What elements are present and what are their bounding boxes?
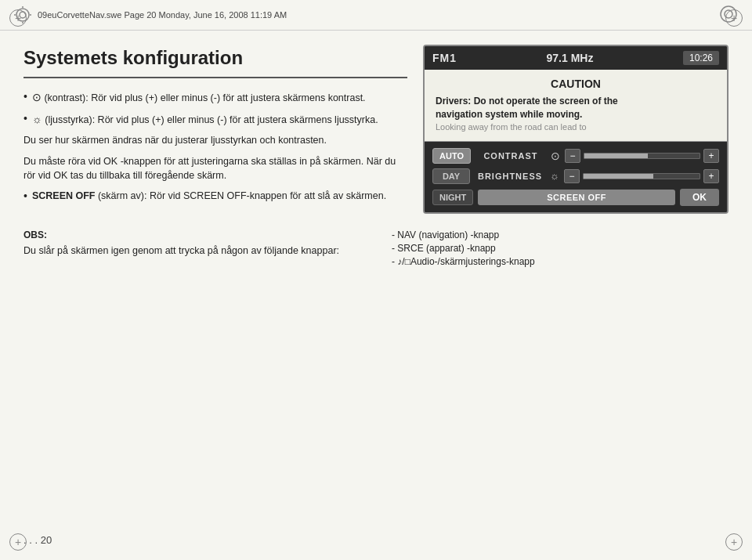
ok-button[interactable]: OK [680, 189, 719, 206]
corner-crosshair-tr [725, 9, 743, 27]
bottom-row: NIGHT SCREEN OFF OK [432, 189, 719, 206]
nav-item-1: - NAV (navigation) -knapp [392, 229, 728, 240]
caution-text: Drivers: Do not operate the screen of th… [436, 95, 716, 133]
bullet-contrast-icon: • [24, 89, 27, 105]
brightness-label: BRIGHTNESS [475, 172, 545, 181]
right-column: FM1 97.1 MHz 10:26 CAUTION Drivers: Do n… [423, 45, 728, 214]
bullet-brightness-text: ☼ (ljusstyrka): Rör vid plus (+) eller m… [32, 111, 378, 127]
bullet-brightness-icon: • [24, 111, 27, 127]
obs-text: Du slår på skärmen igen genom att trycka… [24, 244, 360, 258]
left-column: Systemets konfiguration • ⊙ (kontrast): … [24, 45, 407, 214]
bullet-screen-off-icon: • [24, 189, 27, 204]
screen-time: 10:26 [683, 51, 719, 65]
top-bar: 09euCorvetteNav.swe Page 20 Monday, June… [0, 0, 752, 31]
corner-crosshair-tl [9, 9, 27, 27]
brightness-slider-fill [584, 174, 653, 179]
nav-item-2: - SRCE (apparat) -knapp [392, 243, 728, 254]
night-button[interactable]: NIGHT [432, 190, 473, 205]
screen-fm: FM1 [432, 52, 457, 64]
brightness-row: DAY BRIGHTNESS ☼ − + [432, 168, 719, 184]
caution-title: CAUTION [436, 78, 716, 90]
brightness-plus-button[interactable]: + [703, 169, 719, 183]
screen-off-button[interactable]: SCREEN OFF [478, 190, 675, 205]
brightness-icon: ☼ [550, 170, 559, 182]
main-content: Systemets konfiguration • ⊙ (kontrast): … [0, 31, 752, 222]
bottom-section: OBS: Du slår på skärmen igen genom att t… [0, 222, 752, 277]
screen-header: FM1 97.1 MHz 10:26 [425, 46, 727, 70]
caution-line1: Drivers: Do not operate the screen of th… [436, 96, 618, 107]
para-2: Du måste röra vid OK -knappen för att ju… [24, 154, 407, 182]
obs-label: OBS: [24, 229, 360, 240]
para-1: Du ser hur skärmen ändras när du justera… [24, 133, 407, 147]
contrast-minus-button[interactable]: − [565, 149, 580, 163]
contrast-label: CONTRAST [475, 151, 546, 161]
bullet-screen-off: • SCREEN OFF (skärm av): Rör vid SCREEN … [24, 189, 407, 204]
nav-item-3: - ♪/□Audio-/skärmjusterings-knapp [392, 256, 728, 267]
top-bar-left: 09euCorvetteNav.swe Page 20 Monday, June… [14, 6, 287, 23]
contrast-slider-bar[interactable] [584, 153, 700, 159]
contrast-icon: ⊙ [551, 150, 560, 162]
caution-line3: Looking away from the road can lead to [436, 121, 716, 133]
corner-crosshair-br [725, 533, 743, 551]
contrast-row: AUTO CONTRAST ⊙ − + [432, 148, 719, 164]
bullet-brightness: • ☼ (ljusstyrka): Rör vid plus (+) eller… [24, 111, 407, 127]
contrast-slider-fill [584, 154, 648, 158]
brightness-slider-bar[interactable] [583, 173, 700, 179]
obs-column: OBS: Du slår på skärmen igen genom att t… [24, 229, 360, 269]
auto-button[interactable]: AUTO [432, 148, 471, 164]
caution-line2: navigation system while moving. [436, 109, 582, 120]
bullet-screen-off-text: SCREEN OFF (skärm av): Rör vid SCREEN OF… [32, 189, 386, 203]
bullet-contrast: • ⊙ (kontrast): Rör vid plus (+) eller m… [24, 89, 407, 105]
brightness-minus-button[interactable]: − [564, 169, 580, 183]
nav-column: - NAV (navigation) -knapp - SRCE (appara… [392, 229, 728, 269]
screen-caution-area: CAUTION Drivers: Do not operate the scre… [425, 70, 727, 142]
contrast-slider-area: − + [565, 149, 719, 163]
day-button[interactable]: DAY [432, 168, 470, 184]
brightness-slider-area: − + [564, 169, 719, 183]
contrast-plus-button[interactable]: + [703, 149, 719, 163]
screen-freq: 97.1 MHz [547, 52, 594, 64]
page-title: Systemets konfiguration [24, 45, 407, 78]
screen-mockup: FM1 97.1 MHz 10:26 CAUTION Drivers: Do n… [423, 45, 728, 214]
top-bar-file-info: 09euCorvetteNav.swe Page 20 Monday, June… [38, 10, 287, 20]
bullet-contrast-text: ⊙ (kontrast): Rör vid plus (+) eller min… [32, 89, 366, 105]
screen-controls: AUTO CONTRAST ⊙ − + [425, 142, 727, 212]
page-number: . . . 20 [24, 534, 52, 546]
